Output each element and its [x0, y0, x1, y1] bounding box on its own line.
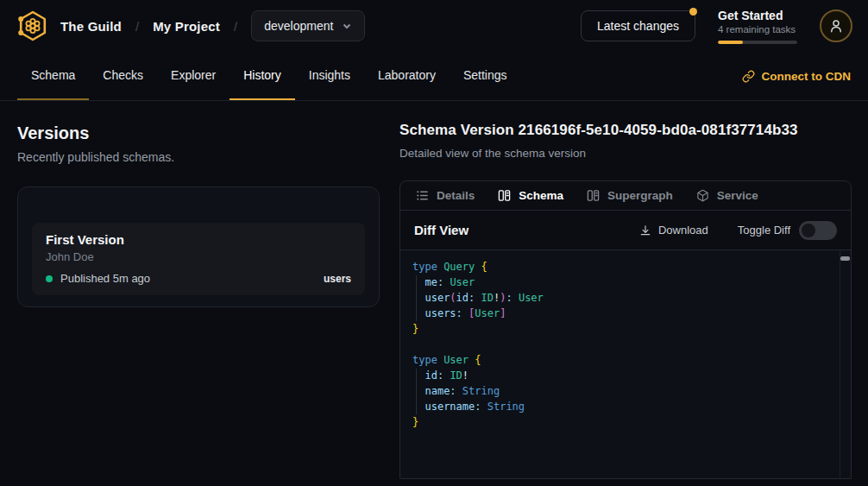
person-icon: [828, 18, 844, 34]
scrollbar-thumb[interactable]: [840, 256, 850, 261]
latest-changes-button[interactable]: Latest changes: [581, 10, 695, 41]
main-nav: Schema Checks Explorer History Insights …: [0, 52, 868, 101]
indent-guide: [416, 369, 417, 414]
hive-logo-icon[interactable]: [16, 9, 50, 43]
tab-settings[interactable]: Settings: [450, 52, 521, 100]
get-started-progress-fill: [718, 41, 743, 44]
scrollbar-track: [840, 250, 840, 479]
published-status-text: Published 5m ago: [60, 272, 150, 285]
columns-icon: [498, 189, 511, 202]
detail-tabs: Details Schema: [400, 181, 851, 211]
versions-panel: Versions Recently published schemas. Fir…: [17, 101, 380, 307]
breadcrumb: The Guild / My Project / development: [60, 10, 365, 41]
download-icon: [639, 224, 651, 237]
connect-to-cdn-button[interactable]: Connect to CDN: [742, 70, 852, 83]
toggle-diff-switch[interactable]: [799, 221, 837, 240]
tab-insights[interactable]: Insights: [295, 52, 364, 100]
header-right: Latest changes Get Started 4 remaining t…: [581, 9, 852, 44]
diff-view-toolbar: Diff View Download Toggle Diff: [400, 211, 851, 250]
version-list-item[interactable]: First Version John Doe Published 5m ago …: [32, 223, 365, 295]
nav-tabs: Schema Checks Explorer History Insights …: [17, 52, 521, 100]
notification-dot: [689, 8, 697, 16]
detail-tab-label: Service: [717, 189, 758, 202]
detail-tab-schema[interactable]: Schema: [498, 189, 563, 202]
schema-version-panel: Schema Version 2166196f-5e10-4059-bd0a-0…: [399, 101, 852, 486]
download-label: Download: [658, 224, 708, 237]
breadcrumb-org[interactable]: The Guild: [60, 19, 122, 34]
tab-schema[interactable]: Schema: [17, 52, 89, 100]
user-avatar[interactable]: [820, 9, 852, 42]
get-started-progressbar: [718, 41, 797, 44]
tab-history[interactable]: History: [230, 52, 295, 100]
detail-tab-details[interactable]: Details: [416, 189, 475, 202]
tab-checks[interactable]: Checks: [89, 52, 157, 100]
target-selector-value: development: [264, 19, 333, 33]
chevron-down-icon: [342, 21, 352, 31]
schema-code-viewer[interactable]: type Query { me: User user(id: ID!): Use…: [400, 250, 851, 479]
versions-title: Versions: [17, 123, 380, 143]
diff-view-title: Diff View: [414, 223, 469, 237]
download-button[interactable]: Download: [639, 224, 708, 237]
detail-tab-label: Supergraph: [607, 189, 673, 202]
schema-version-title: Schema Version 2166196f-5e10-4059-bd0a-0…: [399, 122, 852, 139]
get-started-subtitle: 4 remaining tasks: [718, 24, 797, 35]
connect-to-cdn-label: Connect to CDN: [762, 70, 852, 83]
target-selector[interactable]: development: [251, 10, 365, 41]
cube-icon: [696, 189, 709, 202]
published-status-dot: [46, 275, 53, 282]
version-author: John Doe: [46, 250, 351, 263]
latest-changes-label: Latest changes: [597, 19, 679, 33]
versions-list-card: First Version John Doe Published 5m ago …: [17, 186, 380, 307]
detail-tab-label: Details: [437, 189, 475, 202]
schema-version-detail-box: Details Schema: [399, 180, 852, 479]
service-name-badge: users: [324, 273, 351, 285]
detail-tab-supergraph[interactable]: Supergraph: [587, 189, 673, 202]
detail-tab-label: Schema: [519, 189, 563, 202]
breadcrumb-project[interactable]: My Project: [153, 19, 220, 34]
get-started-title: Get Started: [718, 9, 797, 22]
link-icon: [742, 70, 755, 83]
tab-explorer[interactable]: Explorer: [157, 52, 230, 100]
tab-laboratory[interactable]: Laboratory: [364, 52, 450, 100]
get-started-widget[interactable]: Get Started 4 remaining tasks: [718, 9, 797, 44]
columns-icon: [587, 189, 600, 202]
app-header: The Guild / My Project / development Lat…: [0, 0, 868, 52]
breadcrumb-separator: /: [135, 19, 139, 34]
detail-tab-service[interactable]: Service: [696, 189, 758, 202]
breadcrumb-separator: /: [234, 19, 237, 34]
schema-code: type Query { me: User user(id: ID!): Use…: [412, 259, 828, 430]
version-name: First Version: [46, 232, 351, 247]
switch-knob: [802, 224, 815, 237]
toggle-diff-label: Toggle Diff: [738, 224, 790, 237]
schema-version-subtitle: Detailed view of the schema version: [399, 147, 852, 160]
list-icon: [416, 189, 429, 202]
versions-subtitle: Recently published schemas.: [17, 150, 380, 164]
indent-guide: [416, 275, 417, 321]
